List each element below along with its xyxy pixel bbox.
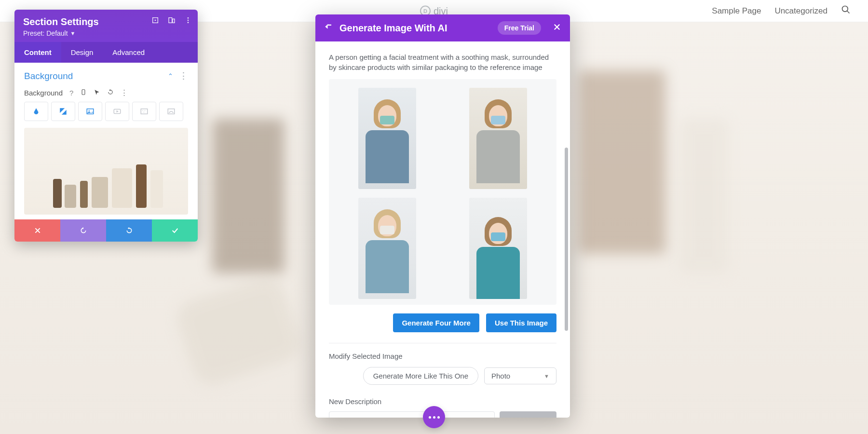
svg-rect-5 xyxy=(173,19,175,23)
generate-more-like-button[interactable]: Generate More Like This One xyxy=(363,367,478,385)
background-field-label: Background ? ⋮ xyxy=(24,88,188,97)
use-this-image-button[interactable]: Use This Image xyxy=(486,313,556,332)
more-vertical-icon[interactable]: ⋮ xyxy=(179,70,188,81)
settings-body: Background ⌃ ⋮ Background ? ⋮ xyxy=(14,63,198,219)
svg-point-3 xyxy=(155,20,156,21)
section-settings-panel: Section Settings Preset: Default ▼ Conte… xyxy=(14,10,198,242)
prompt-text: A person getting a facial treatment with… xyxy=(329,52,556,72)
generate-image-ai-modal: Generate Image With AI Free Trial A pers… xyxy=(315,14,570,418)
redo-button[interactable] xyxy=(106,219,152,242)
close-icon[interactable] xyxy=(548,23,561,33)
svg-rect-11 xyxy=(87,109,94,114)
bg-type-video[interactable] xyxy=(105,102,129,121)
bg-type-mask[interactable] xyxy=(159,102,183,121)
modify-selected-heading: Modify Selected Image xyxy=(329,352,556,360)
more-vertical-icon[interactable]: ⋮ xyxy=(121,88,128,97)
svg-point-15 xyxy=(142,110,143,111)
tab-content[interactable]: Content xyxy=(14,42,61,63)
save-button[interactable] xyxy=(152,219,198,242)
bg-type-gradient[interactable] xyxy=(51,102,75,121)
expand-icon[interactable] xyxy=(151,16,159,26)
regenerate-button[interactable]: Regenerate xyxy=(500,411,556,418)
more-vertical-icon[interactable] xyxy=(184,16,192,26)
undo-button[interactable] xyxy=(60,219,106,242)
help-icon[interactable]: ? xyxy=(69,89,73,97)
cancel-button[interactable] xyxy=(14,219,60,242)
hover-icon[interactable] xyxy=(94,89,100,97)
settings-header: Section Settings Preset: Default ▼ xyxy=(14,10,198,42)
svg-point-16 xyxy=(145,110,146,111)
generated-image-2[interactable] xyxy=(469,88,527,189)
svg-rect-14 xyxy=(141,109,148,114)
svg-line-1 xyxy=(847,11,850,14)
bg-type-color[interactable] xyxy=(24,102,48,121)
back-icon[interactable] xyxy=(324,23,333,33)
refine-prompt-input[interactable] xyxy=(329,411,495,418)
background-preview[interactable] xyxy=(24,128,188,215)
style-select[interactable]: Photo ▼ xyxy=(484,367,556,384)
chevron-up-icon[interactable]: ⌃ xyxy=(168,72,173,80)
svg-rect-4 xyxy=(169,18,172,23)
generated-image-4[interactable] xyxy=(469,198,527,299)
modify-row: Generate More Like This One Photo ▼ xyxy=(329,367,556,385)
tab-advanced[interactable]: Advanced xyxy=(103,42,154,63)
generate-four-more-button[interactable]: Generate Four More xyxy=(393,313,479,332)
settings-tabs: Content Design Advanced xyxy=(14,42,198,63)
scrollbar-thumb[interactable] xyxy=(565,148,568,331)
search-icon[interactable] xyxy=(841,5,851,17)
svg-point-12 xyxy=(89,110,90,111)
new-description-heading: New Description xyxy=(329,397,556,406)
svg-point-17 xyxy=(144,112,145,113)
svg-point-7 xyxy=(188,20,189,21)
generate-buttons-row: Generate Four More Use This Image xyxy=(329,313,556,343)
bg-type-image[interactable] xyxy=(78,102,102,121)
more-actions-fab[interactable] xyxy=(423,406,445,428)
ai-modal-body: A person getting a facial treatment with… xyxy=(315,41,570,418)
svg-point-6 xyxy=(188,17,189,19)
mobile-icon[interactable] xyxy=(80,89,87,97)
tab-design[interactable]: Design xyxy=(61,42,103,63)
dot-icon xyxy=(429,416,431,419)
ai-modal-title: Generate Image With AI xyxy=(339,23,491,34)
generated-image-3[interactable] xyxy=(358,198,416,299)
generated-image-1[interactable] xyxy=(358,88,416,189)
preset-selector[interactable]: Preset: Default ▼ xyxy=(23,29,189,37)
generated-gallery xyxy=(329,79,556,305)
nav-link-sample-page[interactable]: Sample Page xyxy=(712,6,761,16)
svg-rect-9 xyxy=(82,89,85,95)
dot-icon xyxy=(433,416,435,419)
dot-icon xyxy=(437,416,440,419)
chevron-down-icon: ▼ xyxy=(544,373,549,379)
settings-footer xyxy=(14,219,198,242)
responsive-icon[interactable] xyxy=(168,16,176,26)
background-type-row xyxy=(24,102,188,121)
svg-point-8 xyxy=(188,22,189,23)
free-trial-badge[interactable]: Free Trial xyxy=(498,21,541,35)
nav-link-uncategorized[interactable]: Uncategorized xyxy=(774,6,827,16)
bg-type-pattern[interactable] xyxy=(132,102,156,121)
ai-modal-header: Generate Image With AI Free Trial xyxy=(315,14,570,41)
style-select-value: Photo xyxy=(491,372,510,380)
reset-icon[interactable] xyxy=(107,89,114,97)
svg-point-0 xyxy=(842,6,848,12)
background-section-header[interactable]: Background ⌃ ⋮ xyxy=(24,70,188,81)
chevron-down-icon: ▼ xyxy=(70,30,76,36)
